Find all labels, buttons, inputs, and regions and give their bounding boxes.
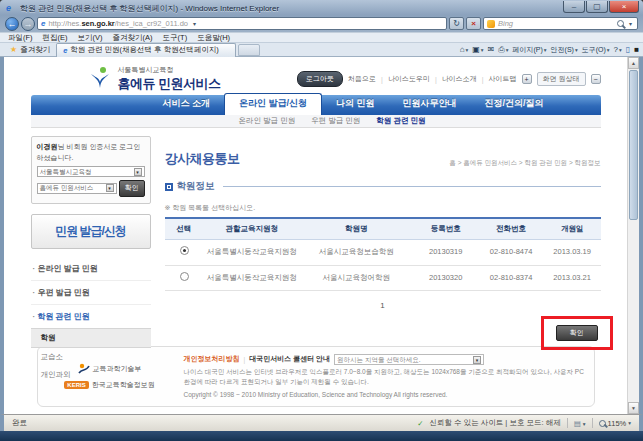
main-nav: 서비스 소개 온라인 발급/신청 나의 민원 민원사무안내 진정/건의/질의 [31, 95, 601, 115]
menu-bar: 파일(F) 편집(E) 보기(V) 즐겨찾기(A) 도구(T) 도움말(H) [0, 32, 643, 42]
footer-notice: 나이스 대국민 서비스는 인터넷 브라우저로 익스플로러 7.0~8.0을 지원… [184, 367, 586, 387]
screen-reset-button[interactable]: 화면 원상태 [537, 72, 586, 86]
addon-button[interactable]: ■ [634, 45, 639, 54]
mail-icon: ✉ [488, 45, 495, 54]
help-menu-button[interactable]: ?▾ [614, 45, 622, 54]
stop-button[interactable]: × [466, 17, 481, 30]
vertical-scrollbar[interactable]: ▲ ▼ [627, 57, 639, 414]
trusted-check-icon: ✓ [417, 419, 423, 428]
sidebar-section-title: 민원 발급/신청 [31, 214, 151, 249]
sidebar-item-academy[interactable]: 학원 관련 민원 [31, 305, 151, 328]
window-title: 학원 관련 민원(채용선택 후 학원선택페이지) - Windows Inter… [20, 3, 563, 14]
page-viewport: 서울특별시교육청 홈에듀 민원서비스 로그아웃 처음으로| 나이스도우미| 나이… [0, 57, 643, 414]
menu-file[interactable]: 파일(F) [8, 33, 33, 43]
address-input[interactable]: e http://hes.sen.go.kr/hes_ica_cr92_011.… [37, 17, 447, 30]
menu-favorites[interactable]: 즐겨찾기(A) [113, 33, 153, 43]
page-title: 강사채용통보 [165, 150, 240, 168]
chevron-down-icon: ▾ [106, 184, 114, 192]
new-tab-button[interactable] [238, 44, 260, 56]
search-dropdown-icon[interactable]: ▾ [627, 20, 634, 27]
zoom-in-button[interactable]: + [522, 74, 532, 84]
subnav-online-issue[interactable]: 온라인 발급 민원 [239, 116, 296, 126]
home-button[interactable]: ⌂▾ [460, 45, 469, 54]
zoom-icon [599, 420, 606, 427]
close-button[interactable]: × [609, 1, 639, 13]
feeds-button[interactable]: ▣▾ [472, 45, 483, 54]
messenger-button[interactable]: ▯ [626, 45, 630, 54]
search-input[interactable]: Bing ▾ [483, 17, 638, 30]
sidebar-item-online-issue[interactable]: 온라인 발급 민원 [31, 257, 151, 281]
link-home[interactable]: 처음으로 [348, 74, 376, 84]
menu-view[interactable]: 보기(V) [78, 33, 103, 43]
printer-icon: ⎙ [498, 45, 504, 55]
privacy-policy-link[interactable]: 개인정보처리방침 [184, 354, 240, 365]
menu-tools[interactable]: 도구(T) [163, 33, 188, 43]
link-neis-helper[interactable]: 나이스도우미 [388, 74, 430, 84]
sidebar-item-mail-issue[interactable]: 우편 발급 민원 [31, 281, 151, 305]
address-bar: ← → e http://hes.sen.go.kr/hes_ica_cr92_… [0, 15, 643, 32]
nav-online-issue[interactable]: 온라인 발급/신청 [224, 93, 322, 115]
safety-menu-button[interactable]: 안전(S)▾ [551, 45, 578, 55]
chevron-down-icon: ▾ [134, 168, 142, 176]
print-button[interactable]: ⎙▾ [498, 45, 508, 55]
compat-view-button[interactable]: ▤ ▾ [574, 419, 586, 428]
row2-radio[interactable] [180, 272, 189, 281]
zoom-level-button[interactable]: 115% ▾ [599, 419, 631, 428]
site-logo[interactable]: 서울특별시교육청 홈에듀 민원서비스 [87, 65, 221, 93]
scroll-down-icon[interactable]: ▼ [628, 402, 639, 414]
favorites-button[interactable]: ★ 즐겨찾기 [4, 45, 56, 55]
callcenter-label: 대국민서비스 콜센터 안내 [249, 354, 330, 365]
link-sitemap[interactable]: 사이트맵 [489, 74, 517, 84]
read-mail-button[interactable]: ✉ [488, 45, 495, 54]
table-row: 서울특별시동작교육지원청 서울시교육청어학원 20130320 02-810-8… [165, 265, 601, 291]
table-row: 서울특별시동작교육지원청 서울시교육청보습학원 20130319 02-810-… [165, 240, 601, 266]
pagination[interactable]: 1 [165, 301, 601, 310]
security-zone-text[interactable]: 신뢰할 수 있는 사이트 | 보호 모드: 해제 [430, 418, 561, 428]
sidebar-confirm-button[interactable]: 확인 [119, 180, 145, 197]
section-title: 학원정보 [177, 180, 215, 193]
nav-service-intro[interactable]: 서비스 소개 [149, 97, 225, 115]
forward-button[interactable]: → [21, 17, 35, 31]
rss-icon: ▣ [472, 45, 480, 54]
tabs-bar: ★ 즐겨찾기 e 학원 관련 민원(채용선택 후 학원선택페이지) ⌂▾ ▣▾ … [0, 42, 643, 57]
minimize-button[interactable]: – [563, 1, 585, 13]
menu-help[interactable]: 도움말(H) [197, 33, 230, 43]
browser-window: e 학원 관련 민원(채용선택 후 학원선택페이지) - Windows Int… [0, 0, 643, 441]
home-icon: ⌂ [460, 45, 465, 54]
office-select[interactable]: 서울특별시교육청 ▾ [37, 166, 145, 177]
row1-radio[interactable] [180, 246, 189, 255]
refresh-button[interactable]: ↻ [449, 17, 464, 30]
help-icon: ? [614, 45, 618, 54]
back-button[interactable]: ← [5, 17, 19, 31]
messenger-icon: ▯ [626, 45, 630, 54]
copyright: Copyright © 1998 ~ 2010 Ministry of Educ… [184, 390, 586, 400]
site-header: 서울특별시교육청 홈에듀 민원서비스 로그아웃 처음으로| 나이스도우미| 나이… [31, 57, 601, 95]
scrollbar-thumb[interactable] [629, 70, 638, 220]
page-menu-button[interactable]: 페이지(P)▾ [512, 45, 546, 55]
nav-minwon-guide[interactable]: 민원사무안내 [389, 97, 471, 115]
zoom-out-button[interactable]: − [591, 74, 601, 84]
address-dropdown-icon[interactable]: ▾ [191, 20, 198, 27]
addon-icon: ■ [634, 45, 639, 54]
scroll-up-icon[interactable]: ▲ [628, 57, 639, 69]
tools-menu-button[interactable]: 도구(O)▾ [582, 45, 610, 55]
tab-active[interactable]: e 학원 관련 민원(채용선택 후 학원선택페이지) [56, 43, 236, 57]
region-select[interactable]: 원하시는 지역을 선택하세요. ▾ [334, 354, 484, 365]
confirm-button[interactable]: 확인 [556, 325, 598, 341]
link-neis-intro[interactable]: 나이스소개 [442, 74, 477, 84]
subnav-academy-minwon[interactable]: 학원 관련 민원 [376, 116, 425, 126]
menu-edit[interactable]: 편집(E) [43, 33, 68, 43]
keris-badge-icon: KERIS [64, 381, 88, 389]
subnav-mail-issue[interactable]: 우편 발급 민원 [311, 116, 360, 126]
sidebar-subitem-hakwon[interactable]: 학원 [31, 328, 151, 348]
nav-petition[interactable]: 진정/건의/질의 [471, 97, 558, 115]
logout-button[interactable]: 로그아웃 [297, 71, 343, 87]
search-icon[interactable] [617, 20, 624, 27]
maximize-button[interactable]: ▢ [586, 1, 608, 13]
search-placeholder: Bing [498, 19, 614, 28]
service-select[interactable]: 홈에듀 민원서비스 ▾ [37, 183, 117, 194]
ministry-logo: 교육과학기술부 [78, 363, 142, 375]
nav-my-minwon[interactable]: 나의 민원 [322, 97, 389, 115]
login-notice-box: 이경원님 비회원 인증서로 로그인하셨습니다. 서울특별시교육청 ▾ 홈에듀 민… [31, 136, 151, 204]
org-name: 서울특별시교육청 [118, 65, 221, 75]
